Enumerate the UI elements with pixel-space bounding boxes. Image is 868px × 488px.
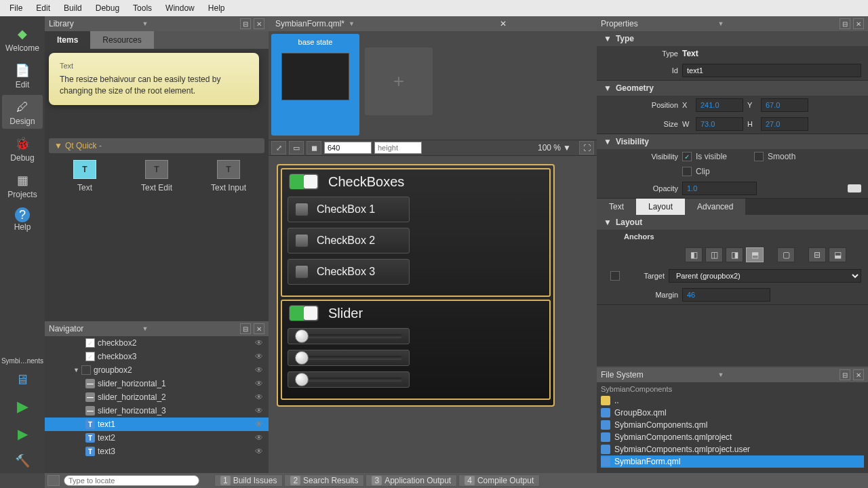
filesystem-tree[interactable]: SybmianComponents ..GroupBox.qmlSybmianC… <box>597 382 868 473</box>
menu-file[interactable]: File <box>3 1 29 16</box>
visibility-icon[interactable]: 👁 <box>255 352 263 361</box>
state-base[interactable]: base state <box>271 34 359 136</box>
close-button[interactable]: ✕ <box>254 18 264 29</box>
nav-item[interactable]: Ttext2👁 <box>45 431 269 445</box>
mode-welcome[interactable]: ◆Welcome <box>2 22 43 56</box>
tab-resources[interactable]: Resources <box>90 31 153 49</box>
snap-button[interactable]: ⤢ <box>271 141 286 155</box>
menu-tools[interactable]: Tools <box>126 1 159 16</box>
slider-1[interactable] <box>288 328 410 344</box>
chevron-down-icon[interactable]: ▼ <box>142 20 149 27</box>
nav-item[interactable]: ✓checkbox3👁 <box>45 350 269 363</box>
file-tab[interactable]: SymbianForm.qml*▼✕ <box>269 16 371 31</box>
section-type[interactable]: ▼Type <box>597 31 868 46</box>
library-item-textinput[interactable]: TText Input <box>198 160 259 192</box>
output-pane-tab[interactable]: 2Search Results <box>284 474 364 487</box>
mode-edit[interactable]: 📄Edit <box>2 58 43 92</box>
fs-item[interactable]: SybmianComponents.qmlproject.user <box>601 443 864 455</box>
split-button[interactable]: ⊟ <box>240 18 251 29</box>
tab-items[interactable]: Items <box>45 31 90 49</box>
run-button[interactable]: ▶ <box>11 396 34 417</box>
section-qtquick[interactable]: ▼Qt Quick - <box>49 138 264 153</box>
nav-item[interactable]: Ttext1👁 <box>45 418 269 431</box>
bounds-button[interactable]: ▭ <box>289 141 304 155</box>
close-icon[interactable]: ✕ <box>500 19 507 28</box>
visibility-icon[interactable]: 👁 <box>255 433 263 443</box>
slider-thumb[interactable] <box>295 351 309 365</box>
anchor-vcenter[interactable]: ⊟ <box>808 247 826 262</box>
nav-item[interactable]: —slider_horizontal_3👁 <box>45 404 269 418</box>
reset-view-button[interactable]: ⛶ <box>579 141 594 155</box>
checkbox-1[interactable]: CheckBox 1 <box>288 197 410 222</box>
menu-edit[interactable]: Edit <box>29 1 57 16</box>
fs-item[interactable]: GroupBox.qml <box>601 407 864 419</box>
chevron-down-icon[interactable]: ▼ <box>349 20 355 27</box>
checkbox-3[interactable]: CheckBox 3 <box>288 259 410 285</box>
menu-help[interactable]: Help <box>201 1 232 16</box>
zoom-level[interactable]: 100 % ▼ <box>538 143 576 152</box>
anchor-left[interactable]: ◧ <box>685 247 703 262</box>
height-input[interactable] <box>374 142 422 154</box>
run-debug-button[interactable]: ▶ <box>11 424 34 444</box>
fs-item[interactable]: SybmianComponents.qml <box>601 419 864 431</box>
checkbox-2[interactable]: CheckBox 2 <box>288 228 410 253</box>
isvisible-checkbox[interactable]: ✓ <box>682 152 692 161</box>
split-button[interactable]: ⊟ <box>840 18 850 29</box>
anchor-top[interactable]: ⬒ <box>746 247 764 262</box>
library-item-text[interactable]: TText <box>54 160 115 192</box>
close-button[interactable]: ✕ <box>254 323 264 334</box>
anchor-fill[interactable]: ▢ <box>777 247 795 262</box>
nav-item[interactable]: ▼groupbox2👁 <box>45 363 269 377</box>
close-button[interactable]: ✕ <box>853 18 864 29</box>
tab-text[interactable]: Text <box>597 199 636 215</box>
visibility-icon[interactable]: 👁 <box>255 420 263 429</box>
output-pane-tab[interactable]: 3Application Output <box>366 474 457 487</box>
nav-item[interactable]: —slider_horizontal_1👁 <box>45 377 269 390</box>
anchor-right[interactable]: ◨ <box>726 247 743 262</box>
mode-debug[interactable]: 🐞Debug <box>2 131 43 165</box>
slider-thumb[interactable] <box>295 373 309 386</box>
visibility-icon[interactable]: 👁 <box>255 392 263 402</box>
fill-button[interactable]: ◼ <box>307 141 321 155</box>
smooth-checkbox[interactable] <box>754 152 764 161</box>
menu-debug[interactable]: Debug <box>89 1 126 16</box>
fs-item[interactable]: .. <box>601 394 864 407</box>
target-select[interactable]: Parent (groupbox2) <box>669 269 861 283</box>
visibility-icon[interactable]: 👁 <box>255 406 263 415</box>
locator-input[interactable] <box>64 475 199 486</box>
nav-item[interactable]: Ttext3👁 <box>45 445 269 458</box>
split-button[interactable]: ⊟ <box>840 369 850 380</box>
visibility-icon[interactable]: 👁 <box>255 447 263 456</box>
slider-2[interactable] <box>288 350 410 366</box>
slider-thumb[interactable] <box>295 329 309 343</box>
anchor-hcenter[interactable]: ◫ <box>705 247 723 262</box>
nav-item[interactable]: —slider_horizontal_2👁 <box>45 390 269 404</box>
groupbox-checkboxes[interactable]: CheckBoxes CheckBox 1 CheckBox 2 CheckBo… <box>281 168 551 297</box>
menu-window[interactable]: Window <box>159 1 201 16</box>
fs-item[interactable]: SymbianForm.qml <box>601 455 864 468</box>
target-selector[interactable]: 🖥 <box>11 369 34 390</box>
width-input[interactable] <box>324 142 372 154</box>
id-input[interactable] <box>682 64 861 77</box>
anchor-bottom[interactable]: ⬓ <box>829 247 846 262</box>
mode-design[interactable]: 🖊Design <box>2 95 43 129</box>
opacity-input[interactable] <box>682 182 757 195</box>
chevron-down-icon[interactable]: ▼ <box>718 20 724 27</box>
navigator-tree[interactable]: ✓checkbox2👁✓checkbox3👁▼groupbox2👁—slider… <box>45 336 269 473</box>
slider-3[interactable] <box>288 371 410 388</box>
section-geometry[interactable]: ▼Geometry <box>597 81 868 96</box>
clip-checkbox[interactable] <box>682 167 692 176</box>
build-button[interactable]: 🔨 <box>11 451 34 471</box>
x-input[interactable] <box>696 98 743 112</box>
toggle-switch[interactable] <box>289 305 319 321</box>
close-button[interactable]: ✕ <box>853 369 864 380</box>
add-state[interactable]: + <box>365 47 433 115</box>
chevron-down-icon[interactable]: ▼ <box>718 371 724 378</box>
fs-item[interactable]: SybmianComponents.qmlproject <box>601 431 864 443</box>
toggle-sidebar-button[interactable] <box>47 475 60 486</box>
section-visibility[interactable]: ▼Visibility <box>597 134 868 149</box>
h-input[interactable] <box>761 117 808 131</box>
y-input[interactable] <box>761 98 808 112</box>
groupbox-slider[interactable]: Slider <box>281 300 551 400</box>
output-pane-tab[interactable]: 4Compile Output <box>458 474 540 487</box>
